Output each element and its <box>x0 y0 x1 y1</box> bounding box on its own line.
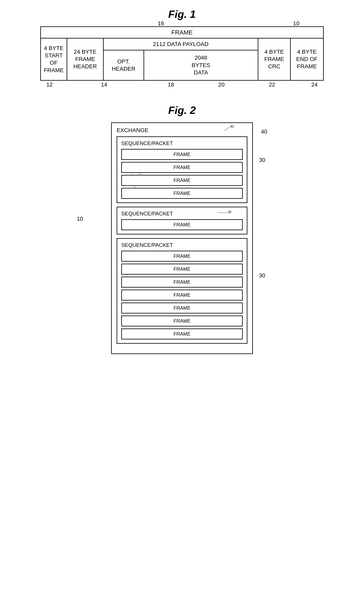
exchange-label: EXCHANGE <box>117 127 247 134</box>
frame-box-3-5: FRAME <box>121 302 243 313</box>
crc-text: 4 BYTEFRAMECRC <box>264 48 284 70</box>
frame-box-1-4: FRAME <box>121 188 243 199</box>
sequence-label-3: SEQUENCE/PACKET <box>121 242 243 248</box>
sequence-label-2: SEQUENCE/PACKET <box>121 211 243 217</box>
sequence-box-3: SEQUENCE/PACKET FRAME FRAME FRAME FRAME … <box>117 238 247 344</box>
callout-16: 16 <box>158 20 164 27</box>
payload-top-label: 2112 DATA PAYLOAD <box>104 39 258 51</box>
cell-frame-header: 24 BYTEFRAMEHEADER <box>67 39 104 80</box>
num-18: 18 <box>168 82 174 88</box>
num-24: 24 <box>311 82 318 88</box>
fig1-diagram: 16 10 FRAME 4 BYTESTARTOFFRAME 24 BYTEFR… <box>40 26 324 88</box>
sequence-box-2: SEQUENCE/PACKET FRAME <box>117 207 247 234</box>
fig2-content: EXCHANGE SEQUENCE/PACKET FRAME FRAME FRA… <box>40 122 324 354</box>
frame-box-1-2: FRAME <box>121 162 243 173</box>
callout-30-top: 30 <box>259 157 265 163</box>
callout-30-bottom: 30 <box>259 272 265 279</box>
exchange-box: EXCHANGE SEQUENCE/PACKET FRAME FRAME FRA… <box>111 122 253 354</box>
cell-fh-text: 24 BYTEFRAMEHEADER <box>73 48 97 70</box>
eof-text: 4 BYTEEND OFFRAME <box>296 48 318 70</box>
frame-box-3-2: FRAME <box>121 264 243 275</box>
callout-10: 10 <box>77 216 83 222</box>
cell-eof: 4 BYTEEND OFFRAME <box>291 39 323 80</box>
data-text: 2048BYTESDATA <box>192 54 210 76</box>
frame-cells-row: 4 BYTESTARTOFFRAME 24 BYTEFRAMEHEADER 21… <box>41 39 323 80</box>
frame-box-3-7: FRAME <box>121 328 243 340</box>
frame-box-3-6: FRAME <box>121 315 243 326</box>
frame-box-1-3: FRAME <box>121 175 243 186</box>
callout-40: 40 <box>261 128 267 135</box>
frame-box-3-3: FRAME <box>121 277 243 287</box>
cell-sof-text: 4 BYTESTARTOFFRAME <box>44 45 64 74</box>
frame-box-1-1: FRAME <box>121 149 243 160</box>
sequence-label-1: SEQUENCE/PACKET <box>121 140 243 147</box>
frame-box-3-4: FRAME <box>121 290 243 300</box>
fig2-title: Fig. 2 <box>168 104 196 116</box>
frame-box-3-1: FRAME <box>121 251 243 262</box>
cell-data-bytes: 2048BYTESDATA <box>144 51 258 80</box>
fig1-number-labels: 12 14 18 20 22 24 <box>40 82 324 88</box>
opt-text: OPT.HEADER <box>112 58 135 73</box>
fig1-title: Fig. 1 <box>168 8 196 20</box>
callout-10: 10 <box>293 20 299 27</box>
cell-frame-crc: 4 BYTEFRAMECRC <box>258 39 291 80</box>
fig2-area: 40 30 10 30 EXCHANGE SEQUENCE/PACKET FRA… <box>40 122 324 354</box>
num-20: 20 <box>218 82 224 88</box>
frame-label: FRAME <box>41 27 323 39</box>
payload-inner: OPT.HEADER 2048BYTESDATA <box>104 51 258 80</box>
num-22: 22 <box>269 82 275 88</box>
num-12: 12 <box>46 82 53 88</box>
frame-box-2-1: FRAME <box>121 219 243 230</box>
sequence-box-1: SEQUENCE/PACKET FRAME FRAME FRAME FRAME <box>117 136 247 203</box>
cell-opt-header: OPT.HEADER <box>104 51 144 80</box>
frame-outer-box: FRAME 4 BYTESTARTOFFRAME 24 BYTEFRAMEHEA… <box>40 26 324 81</box>
num-14: 14 <box>101 82 107 88</box>
cell-payload: 2112 DATA PAYLOAD OPT.HEADER 2048BYTESDA… <box>104 39 258 80</box>
cell-sof: 4 BYTESTARTOFFRAME <box>41 39 67 80</box>
